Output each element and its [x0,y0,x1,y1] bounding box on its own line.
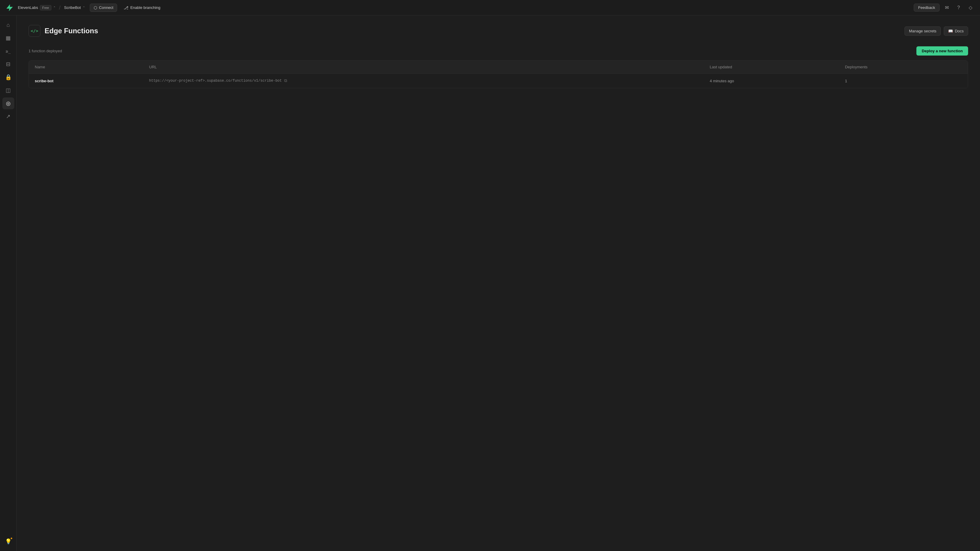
home-icon: ⌂ [6,22,10,28]
auth-icon: 🔒 [5,74,11,81]
table-row[interactable]: scribe-bot https://<your-project-ref>.su… [29,74,968,88]
sidebar-item-storage[interactable]: ◫ [2,84,14,96]
deploy-new-function-button[interactable]: Deploy a new function [916,46,968,56]
page-header: </> Edge Functions Manage secrets 📖 Docs [29,25,968,37]
sidebar-bottom: 💡 [2,535,14,548]
book-icon: 📖 [948,29,953,33]
page-title-area: </> Edge Functions [29,25,98,37]
page-icon: </> [29,25,40,37]
table-body: scribe-bot https://<your-project-ref>.su… [29,74,968,88]
sidebar-item-tips[interactable]: 💡 [2,535,14,548]
database-icon: ⊟ [6,61,10,67]
page-actions: Manage secrets 📖 Docs [905,27,968,36]
help-button[interactable]: ? [954,3,963,13]
functions-table: Name URL Last updated Deployments scribe… [29,60,968,88]
edge-functions-icon: ◎ [6,100,11,106]
project-name: ScribeBot [64,5,81,10]
supabase-logo [5,3,14,13]
manage-secrets-button[interactable]: Manage secrets [905,27,941,36]
table-header: Name URL Last updated Deployments [29,60,968,74]
functions-subheader: 1 function deployed Deploy a new functio… [29,46,968,56]
org-selector[interactable]: ElevenLabs Free ⌃ [18,5,56,10]
help-icon: ? [958,5,960,10]
project-selector[interactable]: ScribeBot ⌃ [64,5,85,10]
project-chevron-icon: ⌃ [83,6,85,9]
sidebar: ⌂ ▦ ≥_ ⊟ 🔒 ◫ ◎ ↗ 💡 [0,16,17,551]
function-url-text: https://<your-project-ref>.supabase.co/f… [149,79,282,83]
docs-button[interactable]: 📖 Docs [944,27,968,36]
sidebar-item-sql-editor[interactable]: ≥_ [2,45,14,57]
deploy-label: Deploy a new function [922,49,963,53]
storage-icon: ◫ [6,87,11,94]
col-last-updated: Last updated [704,60,839,74]
docs-label: Docs [955,29,964,33]
sidebar-item-edge-functions[interactable]: ◎ [2,97,14,109]
page-title: Edge Functions [45,27,98,35]
sidebar-item-realtime[interactable]: ↗ [2,111,14,122]
sidebar-item-home[interactable]: ⌂ [2,19,14,31]
branch-icon: ⎇ [124,5,129,10]
org-name: ElevenLabs [18,5,38,10]
function-name: scribe-bot [35,79,54,83]
function-last-updated: 4 minutes ago [710,79,734,83]
col-url: URL [143,60,704,74]
enable-branching-button[interactable]: ⎇ Enable branching [121,4,163,11]
connect-button[interactable]: ⬡ Connect [90,3,117,12]
tips-icon: 💡 [5,538,11,545]
announcements-button[interactable]: ◇ [966,3,975,13]
terminal-icon: ≥_ [6,49,11,54]
announcements-icon: ◇ [969,5,972,10]
branch-label: Enable branching [130,5,160,10]
feedback-label: Feedback [918,5,935,10]
header-right: Feedback ✉ ? ◇ [914,3,975,13]
functions-count: 1 function deployed [29,49,62,53]
functions-table-container: Name URL Last updated Deployments scribe… [29,60,968,88]
function-url-area: https://<your-project-ref>.supabase.co/f… [149,78,698,83]
breadcrumb-divider: / [59,5,60,10]
realtime-icon: ↗ [6,113,10,120]
table-header-row: Name URL Last updated Deployments [29,60,968,74]
header: ElevenLabs Free ⌃ / ScribeBot ⌃ ⬡ Connec… [0,0,980,16]
function-name-cell: scribe-bot [29,74,143,88]
copy-url-icon[interactable]: ⧉ [284,78,287,83]
col-deployments: Deployments [839,60,968,74]
function-deployments: 1 [845,79,847,83]
edge-functions-page-icon: </> [30,29,38,33]
feedback-button[interactable]: Feedback [914,3,940,11]
col-name: Name [29,60,143,74]
inbox-icon: ✉ [945,5,949,10]
main-layout: ⌂ ▦ ≥_ ⊟ 🔒 ◫ ◎ ↗ 💡 [0,16,980,551]
inbox-button[interactable]: ✉ [942,3,951,13]
sidebar-item-auth[interactable]: 🔒 [2,71,14,83]
sidebar-item-database[interactable]: ⊟ [2,58,14,70]
connect-icon: ⬡ [94,5,97,10]
function-last-updated-cell: 4 minutes ago [704,74,839,88]
table-icon: ▦ [6,35,11,41]
org-plan-badge: Free [40,5,51,10]
connect-label: Connect [99,5,113,10]
manage-secrets-label: Manage secrets [909,29,937,33]
org-chevron-icon: ⌃ [53,6,56,9]
function-url-cell: https://<your-project-ref>.supabase.co/f… [143,74,704,88]
sidebar-item-table-editor[interactable]: ▦ [2,32,14,44]
main-content: </> Edge Functions Manage secrets 📖 Docs… [17,16,980,551]
notification-dot [10,537,13,540]
function-deployments-cell: 1 [839,74,968,88]
